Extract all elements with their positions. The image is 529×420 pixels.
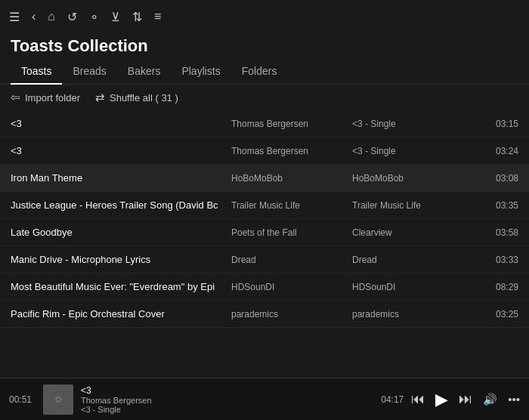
track-artist: parademics — [231, 309, 352, 320]
track-duration: 08:29 — [473, 282, 518, 292]
tab-bakers[interactable]: Bakers — [117, 59, 172, 85]
track-title: <3 — [11, 118, 231, 129]
track-duration: 03:35 — [473, 200, 518, 211]
tab-toasts[interactable]: Toasts — [11, 59, 62, 85]
track-artist: Thomas Bergersen — [231, 119, 352, 129]
track-title: Manic Drive - Microphone Lyrics — [11, 254, 231, 265]
track-duration: 03:24 — [473, 146, 518, 156]
import-folder-button[interactable]: ⇦ Import folder — [11, 91, 80, 104]
top-nav: ☰ ‹ ⌂ ↺ ⚬ ⊻ ⇅ ≡ — [0, 0, 529, 33]
tab-breads[interactable]: Breads — [62, 59, 116, 85]
shuffle-all-button[interactable]: ⇄ Shuffle all ( 31 ) — [95, 91, 178, 104]
track-duration: 03:15 — [473, 119, 518, 129]
track-album: parademics — [352, 309, 473, 320]
shuffle-icon: ⇄ — [95, 91, 105, 104]
menu-icon[interactable]: ☰ — [9, 10, 20, 24]
track-artist: Thomas Bergersen — [231, 146, 352, 156]
total-time: 04:17 — [377, 394, 404, 405]
now-playing-album: <3 - Single — [81, 405, 370, 414]
now-playing-artist: Thomas Bergersen — [81, 396, 370, 405]
track-album: Clearview — [352, 227, 473, 238]
more-options-icon[interactable]: ••• — [508, 393, 520, 406]
track-list: <3 Thomas Bergersen <3 - Single 03:15 <3… — [0, 110, 529, 378]
track-row[interactable]: <3 Thomas Bergersen <3 - Single 03:24 — [0, 137, 529, 165]
track-row[interactable]: Pacific Rim - Epic Orchestral Cover para… — [0, 301, 529, 328]
track-artist: Poets of the Fall — [231, 227, 352, 238]
filter-icon[interactable]: ⊻ — [111, 10, 120, 24]
action-bar: ⇦ Import folder ⇄ Shuffle all ( 31 ) — [0, 85, 529, 110]
track-album: HoBoMoBob — [352, 173, 473, 184]
skip-forward-icon[interactable]: ⏭ — [459, 391, 472, 407]
home-icon[interactable]: ⌂ — [48, 10, 55, 23]
track-row[interactable]: Iron Man Theme HoBoMoBob HoBoMoBob 03:08 — [0, 165, 529, 192]
track-row[interactable]: Manic Drive - Microphone Lyrics Dread Dr… — [0, 246, 529, 273]
search-icon[interactable]: ⚬ — [89, 10, 99, 24]
shuffle-label: Shuffle all ( 31 ) — [110, 92, 178, 103]
now-playing-track: <3 — [81, 385, 370, 396]
track-title: Pacific Rim - Epic Orchestral Cover — [11, 308, 231, 320]
track-row[interactable]: Late Goodbye Poets of the Fall Clearview… — [0, 219, 529, 246]
track-artist: Dread — [231, 255, 352, 265]
sort-icon[interactable]: ⇅ — [132, 10, 142, 24]
track-title: Iron Man Theme — [11, 172, 231, 184]
track-album: <3 - Single — [352, 146, 473, 156]
track-duration: 03:08 — [473, 173, 518, 184]
volume-icon[interactable]: 🔊 — [483, 393, 497, 406]
import-icon: ⇦ — [11, 91, 20, 104]
track-title: Most Beautiful Music Ever: "Everdream" b… — [11, 281, 231, 292]
track-duration: 03:33 — [473, 255, 518, 265]
track-album: <3 - Single — [352, 119, 473, 129]
import-label: Import folder — [25, 92, 80, 103]
track-album: Trailer Music Life — [352, 200, 473, 211]
svg-point-2 — [57, 398, 60, 400]
track-artist: HDSounDI — [231, 282, 352, 292]
refresh-icon[interactable]: ↺ — [67, 10, 77, 24]
now-playing-info: <3 Thomas Bergersen <3 - Single — [81, 385, 370, 414]
header: Toasts Collection — [0, 33, 529, 59]
now-playing-bar: 00:51 <3 Thomas Bergersen <3 - Single 04… — [0, 378, 529, 420]
track-title: Late Goodbye — [11, 227, 231, 238]
album-art — [43, 384, 73, 415]
track-row[interactable]: Justice League - Heroes Trailer Song (Da… — [0, 192, 529, 219]
track-artist: Trailer Music Life — [231, 200, 352, 211]
track-duration: 03:58 — [473, 227, 518, 238]
track-album: Dread — [352, 255, 473, 265]
tab-folders[interactable]: Folders — [231, 59, 288, 85]
play-pause-button[interactable]: ▶ — [435, 390, 448, 409]
skip-back-icon[interactable]: ⏮ — [411, 391, 425, 407]
tab-playlists[interactable]: Playlists — [171, 59, 230, 85]
list-icon[interactable]: ≡ — [154, 10, 161, 23]
tab-bar: Toasts Breads Bakers Playlists Folders — [0, 59, 529, 85]
track-duration: 03:25 — [473, 309, 518, 320]
track-row[interactable]: <3 Thomas Bergersen <3 - Single 03:15 — [0, 110, 529, 137]
back-icon[interactable]: ‹ — [32, 10, 36, 23]
player-controls: ⏮ ▶ ⏭ 🔊 ••• — [411, 390, 520, 409]
track-title: <3 — [11, 145, 231, 156]
track-row[interactable]: Most Beautiful Music Ever: "Everdream" b… — [0, 273, 529, 301]
current-time: 00:51 — [9, 394, 36, 405]
track-album: HDSounDI — [352, 282, 473, 292]
track-artist: HoBoMoBob — [231, 173, 352, 184]
page-title: Toasts Collection — [11, 36, 518, 56]
track-title: Justice League - Heroes Trailer Song (Da… — [11, 199, 231, 211]
